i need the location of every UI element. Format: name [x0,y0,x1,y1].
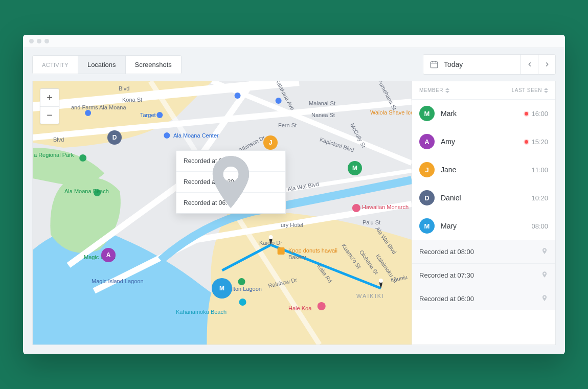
date-prev-button[interactable] [521,55,538,74]
member-last-seen: 16:00 [525,110,548,118]
window-titlebar [23,35,565,48]
chevron-left-icon [526,61,533,68]
column-last-seen[interactable]: LAST SEEN [512,87,548,93]
recorded-label: Recorded at 06:00 [419,295,474,303]
location-pin-icon [541,271,548,280]
svg-point-13 [352,204,360,212]
avatar: M [419,106,435,121]
svg-rect-12 [278,247,285,255]
svg-point-2 [379,279,383,283]
svg-point-4 [156,112,163,118]
member-row[interactable]: MMary08:00 [412,212,555,240]
svg-point-14 [318,302,326,310]
zoom-in-button[interactable]: + [40,89,59,106]
avatar: M [419,218,435,234]
svg-point-7 [276,98,282,104]
zoom-control: + − [40,88,59,124]
date-picker-button[interactable]: Today [423,55,521,74]
date-next-button[interactable] [538,55,555,74]
recorded-row[interactable]: Recorded at 06:00 [412,287,555,310]
member-row[interactable]: AAmy15:20 [412,127,555,155]
chevron-right-icon [544,61,551,68]
member-name: Jane [441,166,525,174]
recorded-label: Recorded at 07:30 [419,271,474,279]
app-window: ACTIVITY Locations Screenshots Today [23,35,565,354]
svg-point-8 [79,154,86,162]
recorded-row[interactable]: Recorded at 08:00 [412,240,555,263]
tab-locations[interactable]: Locations [78,56,126,74]
sidebar-header: MEMBER LAST SEEN [412,81,555,100]
member-name: Mark [441,109,518,118]
svg-point-1 [269,235,273,239]
member-last-seen: 08:00 [531,222,548,230]
content: + − and Farms Ala Moana Target Ala Moana… [23,81,565,354]
svg-point-5 [164,132,170,139]
calendar-icon [429,60,439,69]
map[interactable]: + − and Farms Ala Moana Target Ala Moana… [33,81,412,345]
member-row[interactable]: MMark16:00 [412,100,555,127]
sidebar: MEMBER LAST SEEN MMark16:00AAmy15:20JJan… [412,81,556,345]
member-row[interactable]: DDaniel10:20 [412,184,555,212]
avatar: D [419,190,435,205]
location-pin-icon [541,247,548,256]
live-indicator-icon [525,140,528,144]
column-member[interactable]: MEMBER [419,87,449,93]
member-last-seen: 10:20 [531,194,548,202]
member-last-seen: 15:20 [525,138,548,146]
tooltip-row[interactable]: Recorded at 06:00 [176,192,285,213]
svg-point-10 [238,278,245,285]
avatar: J [419,162,435,177]
member-last-seen: 11:00 [531,166,548,174]
sort-icon [544,88,548,93]
live-indicator-icon [525,112,528,116]
svg-rect-0 [431,62,438,68]
svg-point-6 [235,93,241,99]
toolbar: ACTIVITY Locations Screenshots Today [23,48,565,81]
member-name: Mary [441,222,525,230]
avatar: M [348,161,362,175]
window-dot [44,39,49,43]
window-dot [29,39,34,43]
avatar: D [107,130,122,145]
window-dot [37,39,41,43]
date-label: Today [444,60,463,68]
map-container: + − and Farms Ala Moana Target Ala Moana… [32,81,412,345]
date-picker: Today [423,54,556,75]
svg-point-9 [94,189,101,196]
sort-icon [445,88,449,93]
tab-activity[interactable]: ACTIVITY [33,56,78,74]
tab-group: ACTIVITY Locations Screenshots [32,55,182,74]
avatar: A [419,134,435,149]
svg-point-3 [85,110,91,116]
zoom-out-button[interactable]: − [40,106,59,124]
svg-point-11 [239,299,246,306]
recorded-label: Recorded at 08:00 [419,248,474,256]
avatar: M [212,278,232,299]
member-row[interactable]: JJane11:00 [412,155,555,184]
recorded-row[interactable]: Recorded at 07:30 [412,263,555,287]
avatar: J [263,135,278,150]
location-pin-icon [541,294,548,303]
member-name: Daniel [441,194,525,202]
member-name: Amy [441,138,518,146]
tab-screenshots[interactable]: Screenshots [126,56,181,74]
avatar: A [101,248,116,262]
map-tooltip: Recorded at 08:00 Recorded at 07:30 Reco… [176,150,286,214]
